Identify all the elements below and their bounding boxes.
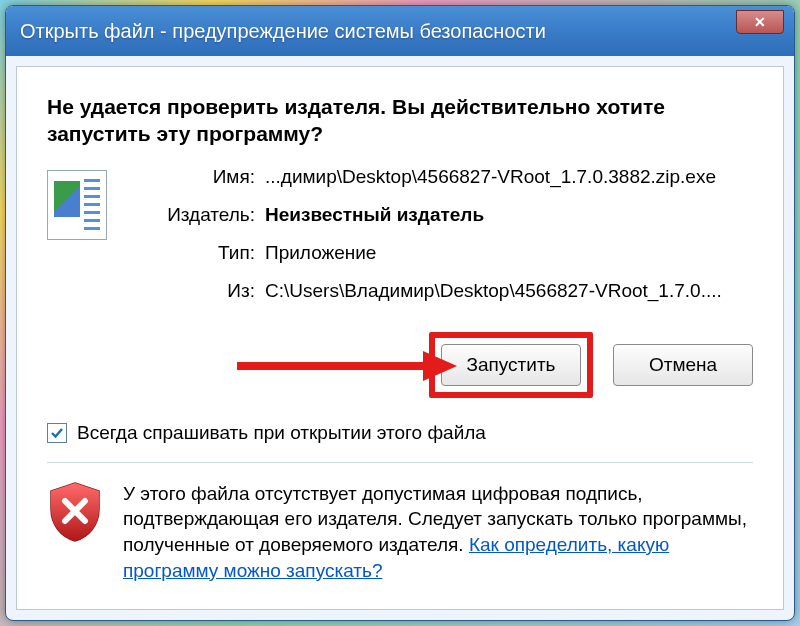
name-label: Имя: [125,166,255,188]
security-warning-dialog: Открыть файл - предупреждение системы бе… [5,5,795,621]
divider [47,462,753,463]
name-value: ...димир\Desktop\4566827-VRoot_1.7.0.388… [265,166,753,188]
publisher-label: Издатель: [125,204,255,226]
always-ask-label: Всегда спрашивать при открытии этого фай… [77,422,486,444]
always-ask-checkbox[interactable] [47,423,67,443]
annotation-arrow [237,353,457,377]
file-icon [47,170,107,240]
file-info-area: Имя: ...димир\Desktop\4566827-VRoot_1.7.… [47,166,753,302]
run-button[interactable]: Запустить [441,344,581,386]
warning-area: У этого файла отсутствует допустимая циф… [47,481,753,584]
close-icon: ✕ [754,14,766,30]
always-ask-row: Всегда спрашивать при открытии этого фай… [47,422,753,444]
button-row: Запустить Отмена [47,332,753,398]
checkmark-icon [50,426,64,440]
from-value: C:\Users\Владимир\Desktop\4566827-VRoot_… [265,280,753,302]
window-title: Открыть файл - предупреждение системы бе… [20,20,546,43]
shield-warning-icon [47,481,103,543]
type-value: Приложение [265,242,753,264]
dialog-body: Не удается проверить издателя. Вы действ… [16,66,784,610]
warning-text: У этого файла отсутствует допустимая циф… [123,481,753,584]
cancel-button[interactable]: Отмена [613,344,753,386]
type-label: Тип: [125,242,255,264]
file-info-grid: Имя: ...димир\Desktop\4566827-VRoot_1.7.… [125,166,753,302]
publisher-value: Неизвестный издатель [265,204,753,226]
close-button[interactable]: ✕ [736,10,784,34]
from-label: Из: [125,280,255,302]
dialog-heading: Не удается проверить издателя. Вы действ… [47,93,753,148]
titlebar[interactable]: Открыть файл - предупреждение системы бе… [6,6,794,56]
